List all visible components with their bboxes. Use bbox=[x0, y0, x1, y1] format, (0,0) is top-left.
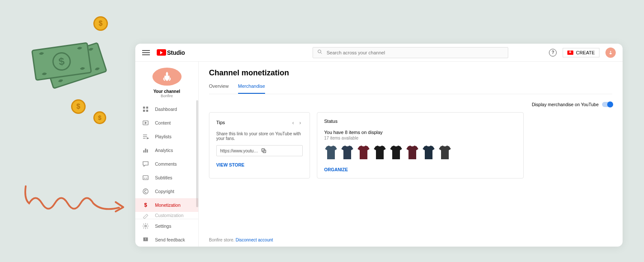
sidebar-item-content[interactable]: Content bbox=[135, 116, 198, 130]
sidebar-item-label: Send feedback bbox=[155, 237, 185, 242]
studio-window: Studio ? CREATE Your channel Bonfire bbox=[135, 44, 623, 247]
tab-merchandise[interactable]: Merchandise bbox=[238, 83, 265, 94]
svg-line-7 bbox=[320, 53, 322, 54]
decoration-cash: $ $ bbox=[30, 30, 116, 98]
copy-icon[interactable] bbox=[261, 148, 299, 154]
decoration-squiggle-arrow bbox=[22, 184, 125, 218]
sidebar-item-label: Copyright bbox=[155, 189, 174, 194]
comments-icon bbox=[142, 161, 149, 167]
merch-item[interactable] bbox=[405, 145, 419, 160]
svg-rect-18 bbox=[147, 149, 148, 152]
sidebar-item-monetization[interactable]: $ Monetization bbox=[135, 198, 198, 212]
decoration-coin: $ bbox=[93, 111, 106, 124]
create-icon bbox=[567, 51, 573, 55]
sidebar-item-label: Analytics bbox=[155, 148, 173, 153]
toggle-label: Display merchandise on YouTube bbox=[532, 102, 599, 107]
svg-rect-19 bbox=[143, 176, 148, 179]
sidebar-item-copyright[interactable]: Copyright bbox=[135, 185, 198, 198]
sidebar-scrollbar[interactable] bbox=[196, 100, 198, 207]
svg-rect-9 bbox=[146, 107, 148, 109]
logo-text: Studio bbox=[167, 49, 185, 56]
sidebar-item-analytics[interactable]: Analytics bbox=[135, 143, 198, 157]
feedback-icon: ! bbox=[142, 236, 149, 243]
dashboard-icon bbox=[142, 106, 149, 113]
svg-point-24 bbox=[145, 225, 146, 227]
tips-prev-icon[interactable]: ‹ bbox=[291, 120, 296, 126]
tabs: Overview Merchandise bbox=[209, 83, 612, 94]
studio-logo[interactable]: Studio bbox=[157, 49, 185, 56]
youtube-icon bbox=[157, 49, 166, 56]
merch-item[interactable] bbox=[389, 145, 403, 160]
footer-prefix: Bonfire store. bbox=[209, 238, 236, 242]
search-input[interactable] bbox=[327, 50, 504, 55]
create-label: CREATE bbox=[576, 50, 595, 55]
tab-overview[interactable]: Overview bbox=[209, 83, 229, 94]
svg-point-6 bbox=[318, 50, 321, 53]
sidebar-item-customization[interactable]: Customization bbox=[135, 212, 198, 219]
svg-rect-17 bbox=[145, 149, 146, 152]
disconnect-link[interactable]: Disconnect account bbox=[236, 238, 273, 242]
merch-thumbnails bbox=[324, 145, 516, 160]
sidebar-item-label: Comments bbox=[155, 161, 177, 167]
channel-avatar[interactable] bbox=[152, 68, 182, 86]
organize-link[interactable]: ORGANIZE bbox=[324, 167, 516, 172]
decoration-coin: $ bbox=[71, 99, 86, 114]
sidebar-item-label: Subtitles bbox=[155, 175, 172, 180]
merch-item[interactable] bbox=[340, 145, 354, 160]
tips-card: Tips ‹ › Share this link to your store o… bbox=[209, 112, 310, 179]
menu-icon[interactable] bbox=[142, 49, 150, 57]
svg-text:!: ! bbox=[145, 238, 146, 241]
tips-title: Tips bbox=[216, 120, 225, 125]
merch-item[interactable] bbox=[373, 145, 387, 160]
sidebar-item-label: Monetization bbox=[155, 202, 181, 208]
sidebar-item-label: Dashboard bbox=[155, 107, 177, 112]
view-store-link[interactable]: VIEW STORE bbox=[216, 162, 303, 167]
account-avatar[interactable] bbox=[605, 48, 616, 58]
customization-icon bbox=[142, 212, 149, 219]
tips-next-icon[interactable]: › bbox=[298, 120, 303, 126]
sidebar-item-playlists[interactable]: Playlists bbox=[135, 130, 198, 143]
status-card: Status You have 8 items on display 17 it… bbox=[317, 112, 524, 179]
analytics-icon bbox=[142, 147, 149, 154]
sidebar-item-label: Playlists bbox=[155, 134, 172, 139]
playlists-icon bbox=[142, 133, 149, 140]
copyright-icon bbox=[142, 188, 149, 195]
tips-body: Share this link to your store on YouTube… bbox=[216, 131, 303, 141]
page-title: Channel monetization bbox=[209, 68, 612, 77]
sidebar-item-label: Customization bbox=[155, 213, 184, 218]
svg-point-22 bbox=[143, 189, 148, 194]
sidebar-nav: Dashboard Content Playlists Analytics Co… bbox=[135, 102, 198, 219]
main-content: Channel monetization Overview Merchandis… bbox=[199, 62, 623, 247]
content-icon bbox=[142, 119, 149, 126]
svg-rect-11 bbox=[146, 110, 148, 112]
status-subline: 17 items available bbox=[324, 136, 516, 140]
channel-name: Your channel bbox=[135, 89, 198, 94]
sidebar-item-subtitles[interactable]: Subtitles bbox=[135, 171, 198, 185]
monetization-icon: $ bbox=[142, 202, 149, 208]
sidebar-item-dashboard[interactable]: Dashboard bbox=[135, 102, 198, 116]
sidebar-item-label: Content bbox=[155, 120, 171, 125]
gear-icon bbox=[142, 223, 149, 229]
store-link-box: https://www.youtube.com/channel/UCVq... bbox=[216, 145, 303, 156]
sidebar-item-comments[interactable]: Comments bbox=[135, 157, 198, 171]
create-button[interactable]: CREATE bbox=[563, 48, 599, 57]
merch-item[interactable] bbox=[324, 145, 338, 160]
merch-item[interactable] bbox=[438, 145, 452, 160]
merch-item[interactable] bbox=[357, 145, 370, 160]
subtitles-icon bbox=[142, 174, 149, 181]
display-merch-toggle-row: Display merchandise on YouTube bbox=[209, 102, 612, 107]
svg-rect-16 bbox=[143, 150, 145, 152]
status-title: Status bbox=[324, 119, 516, 124]
channel-subtitle: Bonfire bbox=[135, 94, 198, 98]
search-box[interactable] bbox=[313, 47, 508, 58]
display-merch-toggle[interactable] bbox=[602, 102, 612, 107]
svg-rect-8 bbox=[143, 107, 145, 109]
search-icon bbox=[317, 49, 322, 56]
status-headline: You have 8 items on display bbox=[324, 130, 516, 135]
svg-rect-10 bbox=[143, 110, 145, 112]
help-icon[interactable]: ? bbox=[549, 49, 557, 57]
merch-item[interactable] bbox=[422, 145, 435, 160]
sidebar-item-label: Settings bbox=[155, 223, 171, 229]
sidebar-item-settings[interactable]: Settings bbox=[135, 219, 198, 233]
sidebar-item-feedback[interactable]: ! Send feedback bbox=[135, 233, 198, 247]
